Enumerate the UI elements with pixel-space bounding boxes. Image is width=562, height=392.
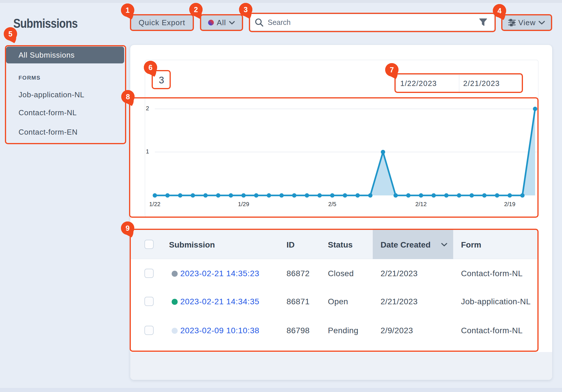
svg-text:4: 4 (497, 7, 502, 15)
svg-text:1: 1 (126, 6, 130, 14)
svg-text:9: 9 (126, 224, 130, 232)
svg-text:2: 2 (194, 6, 198, 14)
svg-text:6: 6 (148, 63, 153, 72)
svg-text:7: 7 (390, 66, 394, 74)
svg-text:5: 5 (8, 30, 12, 38)
svg-text:8: 8 (126, 93, 130, 101)
svg-text:3: 3 (244, 6, 248, 14)
